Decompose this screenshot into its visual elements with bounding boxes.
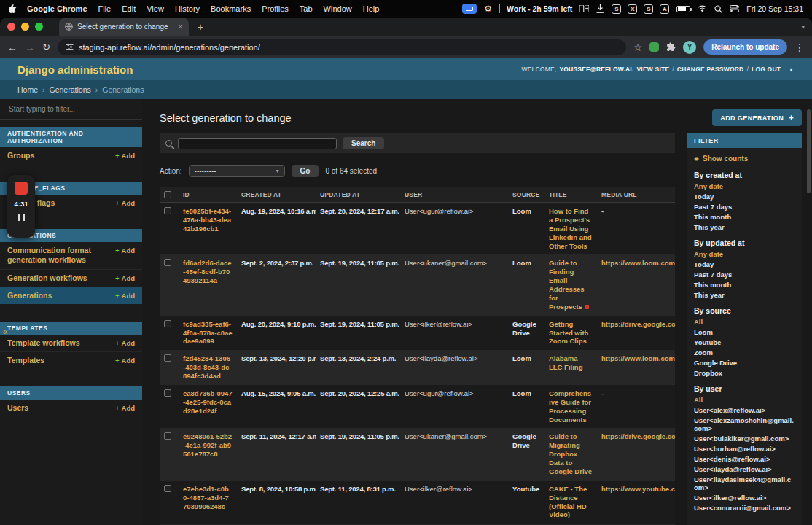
select-all-checkbox[interactable] <box>164 191 171 198</box>
filter-option-youtube[interactable]: Youtube <box>694 337 795 347</box>
filter-option-user-ilker-reflow-ai[interactable]: User<ilker@reflow.ai> <box>694 492 795 502</box>
filter-option-user-bulakiker-gmail-com[interactable]: User<bulakiker@gmail.com> <box>694 433 795 443</box>
row-checkbox[interactable] <box>164 354 171 362</box>
menu-window[interactable]: Window <box>324 4 352 13</box>
close-window-button[interactable] <box>7 23 15 31</box>
tab-list-chevron-icon[interactable]: ▾ <box>801 23 805 31</box>
generation-title-link[interactable]: Guide to Migrating Dropbox Data to Googl… <box>549 432 592 475</box>
user-link-view-site[interactable]: VIEW SITE <box>636 66 669 73</box>
control-center-icon[interactable] <box>730 5 739 12</box>
sidebar-add-users[interactable]: +Add <box>115 404 135 412</box>
bookmark-star-icon[interactable]: ☆ <box>633 42 643 52</box>
active-tab[interactable]: Select generation to change × <box>59 18 189 36</box>
menu-help[interactable]: Help <box>363 4 380 13</box>
menu-edit[interactable]: Edit <box>122 4 136 13</box>
generation-title-link[interactable]: How to Find a Prospect's Email Using Lin… <box>549 207 592 250</box>
filter-option-user-alexzamoshchin-gmail-com[interactable]: User<alexzamoshchin@gmail.com> <box>694 415 795 433</box>
row-checkbox[interactable] <box>164 320 171 327</box>
generation-id-link[interactable]: e7ebe3d1-c0b0-4857-a3d4-77039906248c <box>183 485 229 510</box>
extension-icon[interactable] <box>649 42 659 52</box>
filter-option-this-month[interactable]: This month <box>694 279 795 289</box>
media-url-text[interactable]: https://drive.google.com/f <box>601 320 675 328</box>
generation-title-link[interactable]: Getting Started with Zoom Clips <box>549 320 588 346</box>
filter-option-all[interactable]: All <box>694 316 795 327</box>
sidebar-add-generations[interactable]: +Add <box>115 292 135 300</box>
pause-recording-button[interactable] <box>18 214 25 221</box>
sidebar-filter-input[interactable] <box>0 99 142 120</box>
generation-id-link[interactable]: fc9ad335-eaf6-4f0a-878a-c0aedae9a099 <box>183 320 233 346</box>
address-bar[interactable]: staging-api.reflow.ai/admin/generations/… <box>58 39 626 55</box>
row-checkbox[interactable] <box>164 485 171 492</box>
column-header-updated-at[interactable]: UPDATED AT <box>316 187 400 203</box>
generation-title-link[interactable]: Alabama LLC Filing <box>549 354 582 371</box>
generation-id-link[interactable]: f2d45284-1306-403d-8c43-dc894fc3d4ad <box>183 354 230 380</box>
filter-option-this-year[interactable]: This year <box>694 222 795 232</box>
fullscreen-window-button[interactable] <box>35 23 43 31</box>
media-url-text[interactable]: https://www.youtube.com/ <box>601 485 675 493</box>
filter-option-user-ilaydasimsek4-gmail-com[interactable]: User<ilaydasimsek4@gmail.com> <box>694 474 795 492</box>
spotlight-icon[interactable] <box>714 5 722 13</box>
sidebar-add-communication-format-generation-workflows[interactable]: +Add <box>115 246 135 254</box>
screen-share-icon[interactable] <box>462 4 477 14</box>
site-title[interactable]: Django administration <box>17 63 133 76</box>
row-checkbox[interactable] <box>164 389 171 397</box>
filter-option-zoom[interactable]: Zoom <box>694 347 795 357</box>
menu-file[interactable]: File <box>98 4 112 13</box>
row-checkbox[interactable] <box>164 259 171 266</box>
relaunch-update-button[interactable]: Relaunch to update <box>703 39 787 55</box>
media-url-text[interactable]: https://www.loom.com/sha <box>601 354 675 362</box>
filter-option-user-denis-reflow-ai[interactable]: User<denis@reflow.ai> <box>694 454 795 464</box>
sidebar-collapse-toggle[interactable]: « <box>3 327 8 337</box>
app-badge-a-3-icon[interactable]: A <box>660 4 669 14</box>
vertical-scrollbar[interactable] <box>807 109 811 193</box>
profile-avatar[interactable]: Y <box>683 41 696 54</box>
apple-menu-icon[interactable] <box>9 4 17 14</box>
sidebar-item-communication-format-generation-workflows[interactable]: Communication format generation workflow… <box>0 242 142 268</box>
filter-option-google-drive[interactable]: Google Drive <box>694 357 795 368</box>
filter-option-dropbox[interactable]: Dropbox <box>694 368 795 378</box>
filter-option-user-ilayda-reflow-ai[interactable]: User<ilayda@reflow.ai> <box>694 464 795 474</box>
generation-id-link[interactable]: ea8d736b-0947-4e25-9fdc-0cad28e1d24f <box>183 389 233 415</box>
work-timer-label[interactable]: Work - 2h 59m left <box>499 4 572 13</box>
media-url-text[interactable]: https://www.loom.com/sha <box>601 259 675 267</box>
show-counts-link[interactable]: ◉ Show counts <box>687 148 802 164</box>
filter-option-loom[interactable]: Loom <box>694 327 795 337</box>
column-header-title[interactable]: TITLE <box>544 187 597 203</box>
menu-bookmarks[interactable]: Bookmarks <box>211 4 251 13</box>
chrome-menu-kebab-icon[interactable]: ⋮ <box>795 42 805 52</box>
sidebar-item-template-workflows[interactable]: Template workflows+Add <box>0 335 142 351</box>
action-select[interactable]: --------- ▾ <box>189 165 285 177</box>
add-generation-button[interactable]: ADD GENERATION + <box>712 109 802 126</box>
sidebar-item-generation-workflows[interactable]: Generation workflows+Add <box>0 269 142 287</box>
filter-option-this-month[interactable]: This month <box>694 211 795 222</box>
filter-option-user-alex-reflow-ai[interactable]: User<alex@reflow.ai> <box>694 405 795 415</box>
user-link-log-out[interactable]: LOG OUT <box>752 66 781 73</box>
generation-id-link[interactable]: e92480c1-52b2-4e1a-992f-ab9561e787c8 <box>183 432 232 458</box>
column-header-created-at[interactable]: CREATED AT <box>237 187 316 203</box>
sidebar-add-feature-flags[interactable]: +Add <box>115 199 135 207</box>
column-header-media-url[interactable]: MEDIA URL <box>597 187 675 203</box>
filter-option-all[interactable]: All <box>694 394 795 405</box>
menu-tab[interactable]: Tab <box>300 4 313 13</box>
forward-button[interactable]: → <box>25 42 35 52</box>
generation-id-link[interactable]: fe8025bf-e434-476a-bb43-dea42b196cb1 <box>183 207 231 233</box>
menu-profiles[interactable]: Profiles <box>262 4 289 13</box>
user-link-change-password[interactable]: CHANGE PASSWORD <box>677 66 744 73</box>
menu-view[interactable]: View <box>147 4 164 13</box>
sidebar-add-groups[interactable]: +Add <box>115 152 135 160</box>
sidebar-item-templates[interactable]: Templates+Add <box>0 351 142 369</box>
menu-google-chrome[interactable]: Google Chrome <box>27 4 87 13</box>
generation-id-link[interactable]: fd6ad2d6-dace-45ef-8cdf-b7049392114a <box>183 259 232 284</box>
app-badge-s-0-icon[interactable]: S <box>612 4 621 14</box>
filter-option-this-year[interactable]: This year <box>694 289 795 300</box>
filter-option-user-conurarrii-gmail-com[interactable]: User<conurarrii@gmail.com> <box>694 502 795 513</box>
filter-option-today[interactable]: Today <box>694 191 795 201</box>
search-input[interactable] <box>178 138 337 149</box>
sidebar-add-generation-workflows[interactable]: +Add <box>115 274 135 282</box>
stop-recording-button[interactable] <box>15 182 28 195</box>
wifi-icon[interactable] <box>698 5 707 12</box>
media-url-text[interactable]: https://drive.google.com/f <box>601 432 675 440</box>
generation-title-link[interactable]: Guide to Finding Email Addresses for Pro… <box>549 259 585 310</box>
row-checkbox[interactable] <box>164 207 171 214</box>
breadcrumb-home[interactable]: Home <box>17 85 38 94</box>
